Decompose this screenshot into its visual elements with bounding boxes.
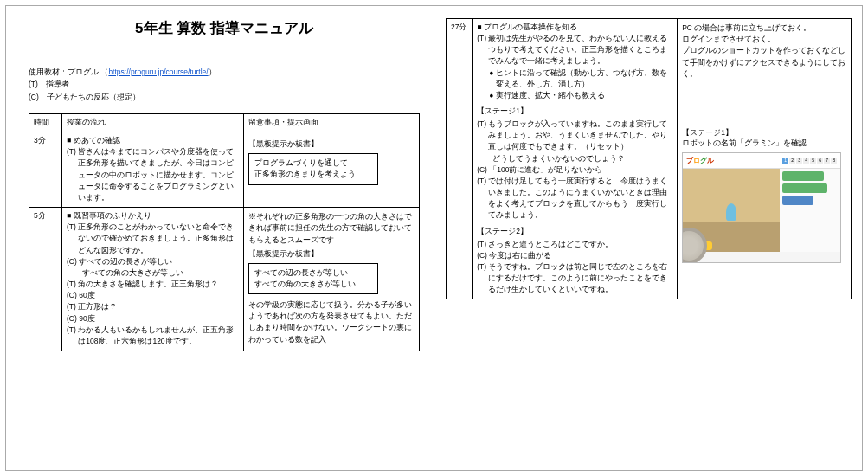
flow-line: 90度 xyxy=(79,313,94,325)
table-row: 5分 既習事項のふりかえり 正多角形のことがわかっていないと命令できないので確か… xyxy=(29,208,420,351)
cell-time: 3分 xyxy=(29,132,62,208)
code-block xyxy=(782,196,813,205)
cell-notes: PC の場合は事前に立ち上げておく。 ログインまでさせておく。 プログルのショー… xyxy=(678,19,852,299)
flow-line: すべての角の大きさが等しい xyxy=(82,267,183,279)
flow-line: 60度 xyxy=(79,290,94,301)
cell-time: 5分 xyxy=(29,208,62,351)
board-line: すべての辺の長さが等しい xyxy=(254,267,372,279)
cell-notes: 【黒板提示か板書】 プログラムづくりを通して 正多角形のきまりを考えよう xyxy=(244,132,420,208)
code-block xyxy=(782,171,824,181)
flow-line: 最初は先生がやるのを見て、わからない人に教えるつもりで考えてください。正三角形を… xyxy=(488,33,672,68)
cell-notes: ※それぞれの正多角形の一つの角の大きさはできれば事前に担任の先生の方で確認してお… xyxy=(244,208,420,351)
note-line: プログルのショートカットを作っておくなどして手間をかけずにアクセスできるようにし… xyxy=(682,45,846,80)
lesson-table-1: 時間 授業の流れ 留意事項・提示画面 3分 めあての確認 皆さんは今までにコンパ… xyxy=(29,113,420,351)
board-line: すべての角の大きさが等しい xyxy=(254,279,372,290)
materials-link[interactable]: https://proguru.jp/course/turtle/ xyxy=(108,68,208,76)
proguru-screenshot: プログル 12345678 xyxy=(682,152,841,263)
stage2-label: 【ステージ2】 xyxy=(477,227,672,237)
turtle-canvas xyxy=(683,169,780,252)
flow-line: 「100前に進む」が足りないから xyxy=(489,164,602,176)
cell-flow: プログルの基本操作を知る 最初は先生がやるのを見て、わからない人に教えるつもりで… xyxy=(473,19,678,299)
flow-line: ヒントに沿って確認（動かし方、つなげ方、数を変える、外し方、消し方） xyxy=(496,68,673,90)
flow-line: 皆さんは今までにコンパスや分度器を使って正多角形を描いてきましたが、今日はコンピ… xyxy=(78,146,239,203)
flow-line: わかる人もいるかもしれませんが、正五角形は108度、正六角形は120度です。 xyxy=(78,325,239,347)
cell-time: 27分 xyxy=(447,19,473,299)
flow-line: 正方形は？ xyxy=(78,301,117,312)
board-line: プログラムづくりを通して xyxy=(254,158,372,169)
cell-flow: 既習事項のふりかえり 正多角形のことがわかっていないと命令できないので確かめてお… xyxy=(62,208,244,351)
pre-note: ※それぞれの正多角形の一つの角の大きさはできれば事前に担任の先生の方で確認してお… xyxy=(248,211,415,246)
stage-indicator: 12345678 xyxy=(782,158,837,164)
flow-line: 実行速度、拡大・縮小も教える xyxy=(496,90,605,101)
lesson-table-2: 27分 プログルの基本操作を知る 最初は先生がやるのを見て、わからない人に教える… xyxy=(446,18,852,299)
flow-line: 角の大きさを確認します。正三角形は？ xyxy=(78,279,218,290)
board-box: すべての辺の長さが等しい すべての角の大きさが等しい xyxy=(248,263,378,294)
flow-line: さっきと違うところはどこですか。 xyxy=(488,239,613,250)
flow-line: どうしてうまくいかないのでしょう？ xyxy=(492,153,625,164)
flow-line: 正多角形のことがわかっていないと命令できないので確かめておきましょう。正多角形は… xyxy=(78,222,239,256)
flow-line: 今度は右に曲がる xyxy=(489,250,551,261)
flow-heading: 既習事項のふりかえり xyxy=(67,211,239,222)
note-line: PC の場合は事前に立ち上げておく。 xyxy=(682,23,846,34)
run-button xyxy=(686,241,712,250)
board-box: プログラムづくりを通して 正多角形のきまりを考えよう xyxy=(248,153,378,184)
right-stage1-caption: ロボットの名前「グラミン」を確認 xyxy=(682,138,846,149)
flow-heading: めあての確認 xyxy=(67,136,239,146)
page-title: 5年生 算数 指導マニュアル xyxy=(29,18,420,38)
stage1-label: 【ステージ1】 xyxy=(477,106,672,117)
note-line: ログインまでさせておく。 xyxy=(682,34,846,45)
th-time: 時間 xyxy=(29,114,62,132)
materials-meta: 使用教材：プログル （https://proguru.jp/course/tur… xyxy=(29,66,420,103)
post-note: その学級の実態に応じて扱う。分かる子が多いようであれば次の方を発表させてもよい。… xyxy=(248,299,415,345)
cell-flow: めあての確認 皆さんは今までにコンパスや分度器を使って正多角形を描いてきましたが… xyxy=(62,132,244,208)
block-palette xyxy=(780,169,840,252)
role-c: (C) 子どもたちの反応（想定） xyxy=(29,91,420,103)
flow-line: すべての辺の長さが等しい xyxy=(79,256,172,267)
th-notes: 留意事項・提示画面 xyxy=(244,114,420,132)
flow-line: そうですね。ブロックは前と同じで左のところを右にするだけです。このように前にやっ… xyxy=(488,261,672,296)
table-row: 3分 めあての確認 皆さんは今までにコンパスや分度器を使って正多角形を描いてきま… xyxy=(29,132,420,208)
board-label: 【黒板提示か板書】 xyxy=(248,139,415,150)
table-row: 27分 プログルの基本操作を知る 最初は先生がやるのを見て、わからない人に教える… xyxy=(447,19,852,299)
flow-heading: プログルの基本操作を知る xyxy=(477,23,672,33)
materials-label: 使用教材：プログル xyxy=(29,68,99,76)
robot-icon xyxy=(726,203,736,221)
role-t: (T) 指導者 xyxy=(29,78,420,90)
proguru-logo: プログル xyxy=(686,156,714,165)
right-stage1-label: 【ステージ1】 xyxy=(682,128,846,138)
board-line: 正多角形のきまりを考えよう xyxy=(254,169,372,180)
flow-line: もうブロックが入っていますね。このまま実行してみましょう。おや、うまくいきません… xyxy=(488,119,672,153)
flow-line: では付け足してもう一度実行すると…今度はうまくいきました。このようにうまくいかな… xyxy=(488,176,672,222)
th-flow: 授業の流れ xyxy=(62,114,244,132)
board-label: 【黒板提示か板書】 xyxy=(248,249,415,260)
code-block xyxy=(782,183,827,193)
